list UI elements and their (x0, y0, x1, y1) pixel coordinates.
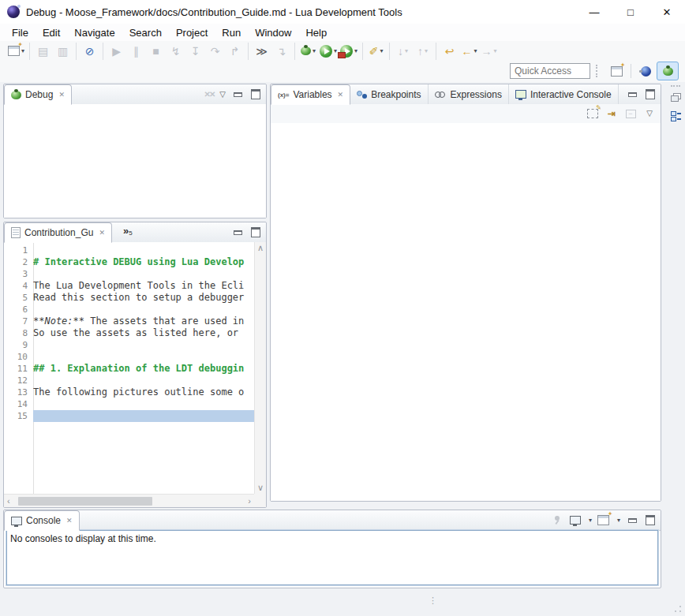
display-selected-console-button[interactable] (569, 514, 582, 527)
line-number[interactable]: 1 (4, 245, 33, 256)
dropdown-arrow-icon[interactable]: ▾ (494, 47, 497, 54)
dropdown-arrow-icon[interactable]: ▾ (589, 517, 592, 524)
line-number[interactable]: 3 (4, 268, 33, 280)
menu-project[interactable]: Project (169, 25, 215, 40)
dropdown-arrow-icon[interactable]: ▾ (354, 47, 357, 54)
close-window-button[interactable]: ✕ (649, 0, 685, 24)
dropdown-arrow-icon[interactable]: ▾ (617, 517, 620, 524)
scroll-left-icon[interactable]: ‹ (7, 497, 10, 506)
code-text[interactable] (33, 268, 254, 280)
code-text[interactable]: The following pictures outline some o (33, 386, 254, 398)
vars-tab-breakpoints[interactable]: Breakpoints (350, 84, 428, 104)
dropdown-arrow-icon[interactable]: ▾ (425, 47, 428, 54)
maximize-view-button[interactable] (644, 514, 657, 527)
maximize-window-button[interactable]: □ (612, 0, 649, 24)
dropdown-arrow-icon[interactable]: ▾ (313, 47, 316, 54)
console-tab-console[interactable]: Console✕ (4, 510, 80, 531)
editor-vertical-scrollbar[interactable]: ∧ ∨ (254, 242, 266, 494)
minimize-view-button[interactable] (626, 514, 638, 527)
vars-tab-interactive-console[interactable]: Interactive Console (509, 84, 619, 104)
code-text[interactable] (33, 398, 254, 410)
vars-tab-variables[interactable]: (x)=Variables✕ (271, 84, 350, 105)
line-number[interactable]: 9 (4, 339, 33, 351)
code-text[interactable] (33, 375, 254, 386)
show-type-names-button[interactable] (586, 107, 599, 120)
console-output-area[interactable]: No consoles to display at this time. (6, 530, 658, 585)
editor-tab-contribution-gu[interactable]: Contribution_Gu✕ (4, 222, 112, 243)
minimize-view-button[interactable] (626, 88, 638, 101)
line-number[interactable]: 5 (4, 292, 33, 304)
line-number[interactable]: 8 (4, 327, 33, 339)
line-number[interactable]: 2 (4, 256, 33, 268)
dropdown-arrow-icon[interactable]: ▾ (380, 47, 383, 54)
view-menu-button[interactable]: ▽ (643, 107, 656, 120)
open-perspective-button[interactable] (605, 62, 627, 80)
minimize-window-button[interactable]: — (576, 0, 612, 24)
lua-perspective-button[interactable] (634, 62, 657, 80)
menu-search[interactable]: Search (122, 25, 169, 40)
maximize-view-button[interactable] (249, 226, 262, 239)
open-console-button[interactable] (597, 514, 610, 527)
vars-tab-expressions[interactable]: Expressions (429, 84, 509, 104)
scroll-up-icon[interactable]: ∧ (257, 244, 264, 252)
skip-all-breakpoints-button[interactable]: ⊘ (80, 43, 99, 60)
outline-view-icon[interactable] (671, 111, 681, 121)
window-resize-grip[interactable] (674, 605, 682, 613)
line-number[interactable]: 11 (4, 363, 33, 375)
external-tools-button[interactable]: ▾ (339, 43, 359, 60)
menu-file[interactable]: File (5, 25, 36, 40)
line-number[interactable]: 12 (4, 375, 33, 386)
scroll-right-icon[interactable]: › (248, 497, 251, 506)
menu-window[interactable]: Window (248, 25, 298, 40)
line-number[interactable]: 4 (4, 280, 33, 292)
trim-drag-handle[interactable] (671, 85, 680, 87)
back-button[interactable]: ←▾ (459, 43, 479, 60)
minimize-view-button[interactable] (231, 88, 244, 101)
line-number[interactable]: 13 (4, 386, 33, 398)
code-text[interactable]: # Interactive DEBUG using Lua Develop (33, 256, 254, 268)
menu-help[interactable]: Help (298, 25, 334, 40)
line-number[interactable]: 14 (4, 398, 33, 410)
code-text[interactable] (33, 410, 254, 422)
last-edit-location-button[interactable]: ↩ (440, 43, 459, 60)
debug-tab-debug[interactable]: Debug✕ (4, 84, 72, 105)
maximize-view-button[interactable] (644, 88, 657, 101)
code-text[interactable] (33, 351, 254, 363)
debug-perspective-button[interactable] (657, 62, 679, 80)
line-number[interactable]: 6 (4, 304, 33, 315)
debug-view-content[interactable] (4, 104, 266, 218)
maximize-view-button[interactable] (249, 88, 262, 101)
torch-button[interactable]: ✐▾ (366, 43, 386, 60)
variables-tree-area[interactable] (271, 123, 661, 501)
toolbar-drag-handle[interactable] (596, 65, 600, 77)
code-text[interactable]: ## 1. Explanation of the LDT debuggin (33, 363, 254, 375)
code-text[interactable] (33, 304, 254, 315)
minimize-view-button[interactable] (231, 226, 244, 239)
code-text[interactable] (33, 339, 254, 351)
code-area[interactable]: 12# Interactive DEBUG using Lua Develop3… (4, 245, 254, 422)
scroll-down-icon[interactable]: ∨ (257, 483, 264, 492)
code-text[interactable]: Read this section to setup a debugger (33, 292, 254, 304)
menu-navigate[interactable]: Navigate (67, 25, 122, 40)
close-tab-icon[interactable]: ✕ (99, 229, 105, 237)
dropdown-arrow-icon[interactable]: ▾ (21, 47, 24, 54)
dropdown-arrow-icon[interactable]: ▾ (474, 47, 477, 54)
code-text[interactable]: So use the assets as listed here, or (33, 327, 254, 339)
horizontal-scroll-thumb[interactable] (18, 497, 152, 506)
collapse-all-button[interactable]: − (624, 107, 637, 120)
more-editors-chevron[interactable]: »5 (112, 222, 137, 242)
menu-run[interactable]: Run (215, 25, 248, 40)
close-tab-icon[interactable]: ✕ (66, 517, 73, 525)
code-text[interactable] (33, 245, 254, 256)
pin-console-button[interactable] (551, 514, 563, 527)
close-tab-icon[interactable]: ✕ (58, 91, 65, 99)
code-text[interactable]: **Note:** The assets that are used in (33, 315, 254, 327)
editor-horizontal-scrollbar[interactable]: ‹ › (4, 494, 254, 507)
use-step-filters-button[interactable]: ≫ (252, 43, 271, 60)
quick-access-input[interactable] (510, 63, 590, 79)
dropdown-arrow-icon[interactable]: ▾ (405, 47, 408, 54)
menu-edit[interactable]: Edit (36, 25, 67, 40)
show-logical-structure-button[interactable]: ⇥ (605, 107, 618, 120)
restore-view-icon[interactable] (671, 93, 681, 102)
code-text[interactable]: The Lua Development Tools in the Ecli (33, 280, 254, 292)
